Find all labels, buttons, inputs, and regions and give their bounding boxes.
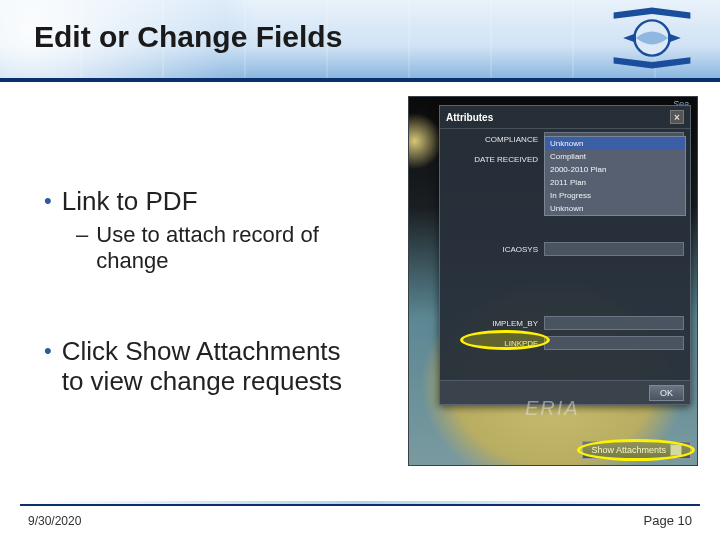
bullet-dash-icon: –	[76, 222, 88, 248]
bullet-show-attachments: • Click Show Attachments to view change …	[44, 336, 384, 396]
header-divider	[0, 78, 720, 82]
dropdown-option[interactable]: Unknown	[545, 202, 685, 215]
body-content: • Link to PDF – Use to attach record of …	[44, 130, 384, 396]
dropdown-option[interactable]: Compliant	[545, 150, 685, 163]
dropdown-option[interactable]: 2011 Plan	[545, 176, 685, 189]
attributes-dialog: Attributes × COMPLIANCE Unknown DATE REC…	[439, 105, 691, 405]
bullet-text: Click Show Attachments to view change re…	[62, 336, 362, 396]
bullet-text: Link to PDF	[62, 186, 198, 216]
page-title: Edit or Change Fields	[34, 20, 342, 54]
bullet-link-to-pdf: • Link to PDF	[44, 186, 384, 216]
map-country-label: ERIA	[525, 397, 580, 420]
close-icon[interactable]: ×	[670, 110, 684, 124]
field-label: COMPLIANCE	[446, 135, 538, 144]
subbullet-attach-record: – Use to attach record of change	[76, 222, 384, 274]
subbullet-text: Use to attach record of change	[96, 222, 376, 274]
field-row-icaosys: ICAOSYS	[440, 239, 690, 259]
footer-date: 9/30/2020	[28, 514, 81, 528]
highlight-show-attachments-icon	[577, 439, 695, 461]
compliance-dropdown[interactable]: Unknown Compliant 2000-2010 Plan 2011 Pl…	[544, 136, 686, 216]
highlight-linkpdf-icon	[460, 330, 550, 350]
field-label: ICAOSYS	[446, 245, 538, 254]
dropdown-option[interactable]: 2000-2010 Plan	[545, 163, 685, 176]
dialog-title: Attributes	[446, 112, 493, 123]
implem-by-input[interactable]	[544, 316, 684, 330]
footer-divider	[20, 504, 700, 506]
icaosys-input[interactable]	[544, 242, 684, 256]
footer-page: Page 10	[644, 513, 692, 528]
field-row-implem-by: IMPLEM_BY	[440, 313, 690, 333]
dialog-titlebar: Attributes ×	[440, 106, 690, 129]
bullet-dot-icon: •	[44, 336, 52, 366]
screenshot-panel: Sea Attributes × COMPLIANCE Unknown DATE…	[408, 96, 698, 466]
bullet-dot-icon: •	[44, 186, 52, 216]
dropdown-option[interactable]: In Progress	[545, 189, 685, 202]
dropdown-option[interactable]: Unknown	[545, 137, 685, 150]
org-logo	[612, 6, 692, 70]
field-label: DATE RECEIVED	[446, 155, 538, 164]
field-label: IMPLEM_BY	[446, 319, 538, 328]
ok-button[interactable]: OK	[649, 385, 684, 401]
linkpdf-input[interactable]	[544, 336, 684, 350]
